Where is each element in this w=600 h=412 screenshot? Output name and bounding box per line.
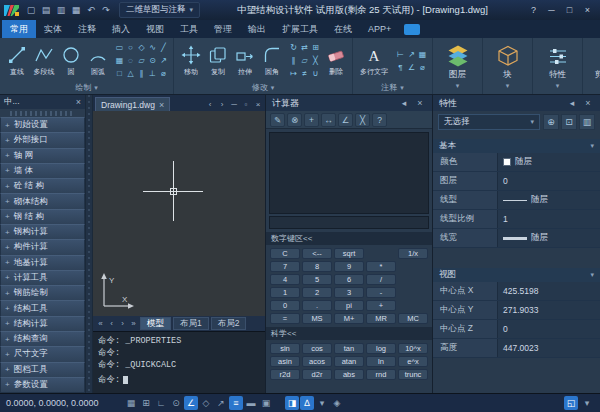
science-key[interactable]: ln	[366, 356, 396, 367]
donut-icon[interactable]: ⊙	[147, 54, 158, 67]
layers-panel-button[interactable]: 图层 ▾	[435, 38, 480, 94]
draw-group-title[interactable]: 绘制 ▾	[2, 81, 171, 94]
close-icon[interactable]: ×	[579, 3, 596, 18]
property-row-value[interactable]: 425.5198	[497, 282, 600, 300]
calc-key[interactable]: 9	[334, 261, 364, 272]
calc-key[interactable]: 7	[270, 261, 300, 272]
modify-group-title[interactable]: 修改 ▾	[176, 81, 350, 94]
edit-value-icon[interactable]: ✎	[270, 113, 285, 127]
leader-icon[interactable]: ↗	[406, 48, 417, 61]
calc-key[interactable]: 1	[270, 287, 300, 298]
calc-key[interactable]: 1/x	[398, 248, 428, 259]
scroll-tabs-right-icon[interactable]: ›	[217, 100, 227, 109]
sidebar-item[interactable]: 结构查询	[0, 331, 85, 347]
tab-app[interactable]: APP+	[360, 20, 399, 38]
science-key[interactable]: r2d	[270, 369, 300, 380]
sidebar-item[interactable]: 砌体结构	[0, 193, 85, 209]
calculator-history-display[interactable]	[269, 132, 429, 214]
calc-key[interactable]: 5	[302, 274, 332, 285]
layout1-tab[interactable]: 布局1	[173, 317, 209, 330]
selection-dropdown[interactable]: 无选择 ▾	[438, 114, 540, 130]
close-icon[interactable]: ×	[414, 98, 426, 108]
save-file-icon[interactable]: ▥	[54, 3, 68, 17]
minimize-icon[interactable]: ─	[543, 3, 560, 18]
join-icon[interactable]: ∪	[310, 67, 321, 80]
move-button[interactable]: 移动	[178, 45, 203, 77]
distance-icon[interactable]: ↔	[321, 113, 336, 127]
clear-icon[interactable]: ⊗	[287, 113, 302, 127]
sidebar-item[interactable]: 图档工具	[0, 362, 85, 378]
sidebar-item[interactable]: 构件计算	[0, 239, 85, 255]
table-icon[interactable]: ▦	[417, 48, 428, 61]
calc-key[interactable]: C	[270, 248, 300, 259]
text-style-icon[interactable]: ¶	[395, 61, 406, 74]
close-icon[interactable]: ×	[76, 97, 81, 107]
science-key[interactable]: sin	[270, 343, 300, 354]
mirror-icon[interactable]: ⇄	[299, 41, 310, 54]
last-layout-icon[interactable]: »	[129, 319, 138, 328]
cycle-toggle[interactable]: ▣	[259, 396, 273, 410]
angle-icon[interactable]: ∠	[338, 113, 353, 127]
diameter-dimension-icon[interactable]: ⌀	[417, 61, 428, 74]
science-key[interactable]: acos	[302, 356, 332, 367]
model-tab[interactable]: 模型	[140, 317, 171, 330]
erase-button[interactable]: 删除	[323, 45, 348, 77]
science-key[interactable]: 10^x	[398, 343, 428, 354]
science-key[interactable]: e^x	[398, 356, 428, 367]
polyline-button[interactable]: 多段线	[31, 45, 56, 77]
calc-key[interactable]: *	[366, 261, 396, 272]
divide-icon[interactable]: ∥	[136, 67, 147, 80]
document-tab[interactable]: Drawing1.dwg ×	[95, 97, 170, 111]
science-key[interactable]: abs	[334, 369, 364, 380]
property-row-value[interactable]: 0	[497, 172, 600, 190]
section-view-header[interactable]: 视图 ▾	[433, 268, 600, 282]
tab-online[interactable]: 在线	[326, 20, 360, 38]
calc-key[interactable]: .	[302, 300, 332, 311]
command-prompt-line[interactable]: 命令:	[98, 374, 260, 386]
scroll-tabs-left-icon[interactable]: ‹	[205, 100, 215, 109]
calc-key[interactable]: MC	[398, 313, 428, 324]
diameter-icon[interactable]: ⌀	[158, 67, 169, 80]
sidebar-item[interactable]: 计算工具	[0, 270, 85, 286]
drag-grip[interactable]	[10, 111, 75, 116]
polygon-icon[interactable]: ◇	[136, 41, 147, 54]
sidebar-item[interactable]: 尺寸文字	[0, 346, 85, 362]
dyn-toggle[interactable]: ≡	[229, 396, 243, 410]
new-file-icon[interactable]: ▢	[24, 3, 38, 17]
clipboard-panel-button[interactable]: 剪贴板 ▾	[585, 38, 600, 94]
help-icon[interactable]: ?	[372, 113, 387, 127]
select-objects-button[interactable]: ⊡	[561, 114, 577, 130]
calc-key[interactable]: sqrt	[334, 248, 364, 259]
science-key[interactable]: log	[366, 343, 396, 354]
tab-home[interactable]: 常用	[2, 20, 36, 38]
auto-hide-icon[interactable]: ◂	[566, 98, 578, 108]
calc-key[interactable]: <--	[302, 248, 332, 259]
calc-key[interactable]: 0	[270, 300, 300, 311]
tab-manage[interactable]: 管理	[206, 20, 240, 38]
circle-button[interactable]: 圆	[58, 45, 83, 77]
fullscreen-button[interactable]: ◱	[564, 396, 578, 410]
stretch-button[interactable]: 拉伸	[232, 45, 257, 77]
auto-hide-icon[interactable]: ◂	[398, 98, 410, 108]
vip-badge-icon[interactable]	[404, 24, 420, 35]
sidebar-item[interactable]: 初始设置	[0, 117, 85, 133]
science-key[interactable]: d2r	[302, 369, 332, 380]
line-button[interactable]: 直线	[4, 45, 29, 77]
numpad-section-header[interactable]: 数字键区<<	[266, 232, 432, 245]
construction-line-icon[interactable]: ╱	[158, 41, 169, 54]
spline-icon[interactable]: ∿	[147, 41, 158, 54]
quick-select-button[interactable]: ▥	[579, 114, 595, 130]
sidebar-item[interactable]: 轴 网	[0, 148, 85, 164]
calc-key[interactable]: 2	[302, 287, 332, 298]
rotate-icon[interactable]: ↻	[288, 41, 299, 54]
tab-output[interactable]: 输出	[240, 20, 274, 38]
annotation-visibility-button[interactable]: ▾	[315, 396, 329, 410]
revision-cloud-icon[interactable]: △	[125, 67, 136, 80]
calc-key[interactable]: -	[366, 287, 396, 298]
property-row-value[interactable]: 447.0023	[497, 339, 600, 357]
workspace-switcher[interactable]: 二维草图与注释 ▾	[119, 2, 200, 18]
sidebar-item[interactable]: 钢 结 构	[0, 209, 85, 225]
next-layout-icon[interactable]: ›	[118, 319, 127, 328]
mtext-button[interactable]: A 多行文字	[357, 45, 391, 77]
ducs-toggle[interactable]: ↗	[214, 396, 228, 410]
